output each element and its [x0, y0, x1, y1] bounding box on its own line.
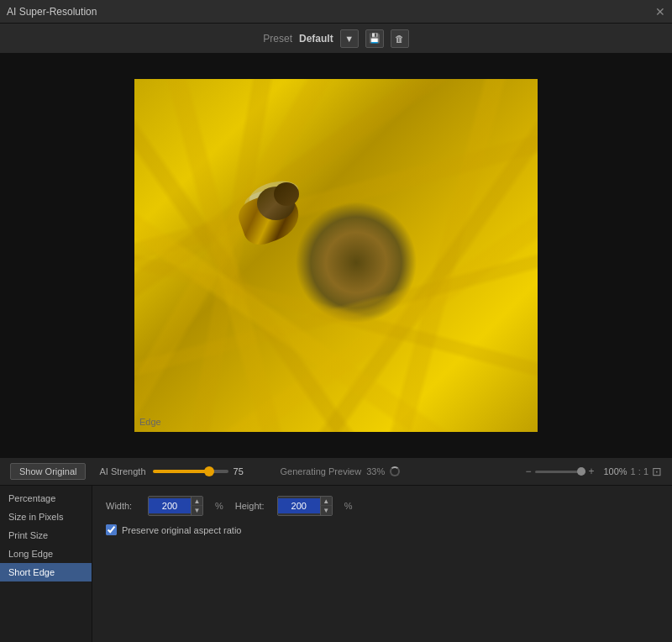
- width-increment-button[interactable]: ▲: [191, 497, 202, 506]
- zoom-ratio: 1 : 1: [631, 466, 648, 476]
- ai-strength-slider[interactable]: [153, 470, 228, 473]
- height-decrement-button[interactable]: ▼: [320, 506, 332, 515]
- height-input[interactable]: [278, 498, 320, 513]
- preserve-aspect-label: Preserve original aspect ratio: [122, 525, 241, 535]
- bottom-panel: Percentage Size in Pixels Print Size Lon…: [0, 486, 672, 642]
- preset-label: Preset: [263, 33, 292, 45]
- width-input[interactable]: [149, 498, 191, 513]
- width-label: Width:: [106, 501, 139, 511]
- height-input-group: ▲ ▼: [277, 496, 333, 516]
- print-size-option[interactable]: Print Size: [0, 526, 92, 545]
- preset-name: Default: [299, 33, 333, 45]
- preset-delete-button[interactable]: 🗑: [391, 29, 409, 48]
- height-label: Height:: [235, 501, 269, 511]
- zoom-out-button[interactable]: −: [526, 466, 532, 477]
- ai-strength-slider-container: 75: [153, 466, 250, 476]
- ai-strength-label: AI Strength: [99, 466, 145, 476]
- width-spinner: ▲ ▼: [191, 497, 202, 515]
- width-height-row: Width: ▲ ▼ % Height: ▲ ▼ %: [106, 496, 659, 516]
- zoom-slider-thumb: [577, 467, 585, 476]
- zoom-value: 100%: [598, 466, 627, 476]
- title-bar: AI Super-Resolution ✕: [0, 0, 672, 24]
- slider-thumb: [204, 466, 214, 476]
- edge-label: Edge: [139, 417, 161, 427]
- zoom-slider[interactable]: [535, 471, 585, 473]
- width-unit: %: [212, 501, 227, 511]
- show-original-button[interactable]: Show Original: [10, 463, 86, 480]
- preset-save-button[interactable]: 💾: [365, 29, 384, 48]
- height-increment-button[interactable]: ▲: [320, 497, 332, 506]
- close-button[interactable]: ✕: [655, 5, 665, 18]
- ai-strength-section: AI Strength 75: [99, 466, 249, 476]
- short-edge-option[interactable]: Short Edge: [0, 563, 92, 581]
- width-input-group: ▲ ▼: [148, 496, 203, 516]
- size-in-pixels-option[interactable]: Size in Pixels: [0, 508, 92, 526]
- ai-strength-value: 75: [234, 466, 250, 476]
- preview-area: Edge: [0, 54, 672, 457]
- height-spinner: ▲ ▼: [320, 497, 332, 515]
- long-edge-option[interactable]: Long Edge: [0, 545, 92, 563]
- preview-image: Edge: [134, 79, 538, 432]
- app-title: AI Super-Resolution: [7, 6, 97, 18]
- fit-to-window-icon[interactable]: ⊡: [652, 465, 662, 478]
- generating-preview-section: Generating Preview 33%: [281, 466, 401, 476]
- size-settings-panel: Width: ▲ ▼ % Height: ▲ ▼ % Preserve: [92, 486, 672, 642]
- preserve-aspect-row: Preserve original aspect ratio: [106, 524, 659, 535]
- resize-mode-list: Percentage Size in Pixels Print Size Lon…: [0, 486, 92, 642]
- bee-illustration: [223, 178, 333, 271]
- width-decrement-button[interactable]: ▼: [191, 506, 202, 515]
- generating-label: Generating Preview: [281, 466, 362, 476]
- height-unit: %: [341, 501, 356, 511]
- preset-dropdown-button[interactable]: ▼: [340, 29, 359, 48]
- generating-percent: 33%: [366, 466, 385, 476]
- zoom-in-button[interactable]: +: [589, 466, 595, 477]
- percentage-option[interactable]: Percentage: [0, 489, 92, 508]
- preserve-aspect-checkbox[interactable]: [106, 524, 117, 535]
- generating-spinner: [390, 466, 400, 476]
- zoom-controls: − + 100% 1 : 1 ⊡: [526, 465, 662, 478]
- controls-bar: Show Original AI Strength 75 Generating …: [0, 457, 672, 486]
- toolbar: Preset Default ▼ 💾 🗑: [0, 24, 672, 54]
